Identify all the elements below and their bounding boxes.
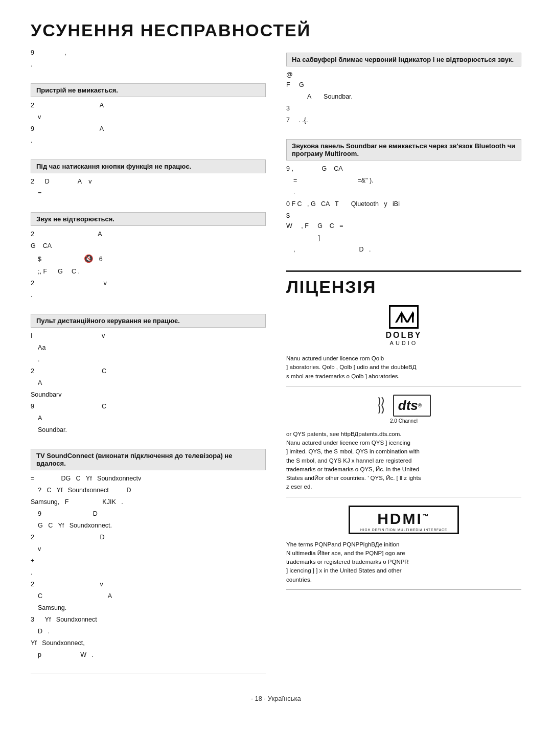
dts-text-wrapper: dts ® xyxy=(393,395,431,417)
right-section-bluetooth: Звукова панель Soundbar не вмикається че… xyxy=(286,134,521,256)
right-section2-header: Звукова панель Soundbar не вмикається че… xyxy=(286,139,521,161)
dts-divider xyxy=(286,497,521,497)
section1-line3: 9 A xyxy=(31,124,266,134)
dts-waves-svg xyxy=(377,396,392,415)
dolby-logo-block: ᗑᗑ DOLBY AUDIO xyxy=(286,305,521,348)
section3-line4: ;, F G C . xyxy=(31,266,266,277)
mute-icon: 🔇 xyxy=(84,254,94,263)
section4-header: Пульт дистанційного керування не працює. xyxy=(31,314,266,328)
right-section1-line1: @ F G xyxy=(286,70,521,90)
dolby-dd-symbol: ᗑᗑ xyxy=(389,305,419,329)
license-section: ЛІЦЕНЗІЯ ᗑᗑ DOLBY AUDIO Nanu actured und… xyxy=(286,277,521,595)
dts-text2: Nanu actured under licence rom QYS ] ice… xyxy=(286,439,521,447)
section3-line6: . xyxy=(31,290,266,300)
right-section2-line7: , D . xyxy=(286,244,521,255)
section2-header: Під час натискання кнопки функція не пра… xyxy=(31,159,266,173)
hdmi-logo: HDMI™ HIGH DEFINITION MULTIMEDIA INTERFA… xyxy=(349,506,459,534)
section5-line9: . xyxy=(31,567,266,578)
hdmi-text2: N ultimedia Йlter ace, and the PQNР] ogo… xyxy=(286,549,521,558)
main-title: УСУНЕННЯ НЕСПРАВНОСТЕЙ xyxy=(31,20,521,40)
right-section2-line2: = =&" ). xyxy=(286,175,521,186)
license-title: ЛІЦЕНЗІЯ xyxy=(286,277,521,297)
section3-line3: $ 🔇 6 xyxy=(31,253,266,265)
section4-line4: 2 C xyxy=(31,366,266,376)
right-section2-line6: ] xyxy=(286,233,521,243)
section4-line6: Soundbarv xyxy=(31,390,266,400)
section5-line10: 2 v xyxy=(31,579,266,589)
dolby-text2: ] aboratories. Qolb , Qolb [ udio and th… xyxy=(286,363,521,372)
section-device-wont-turn-on: Пристрій не вмикається. 2 A v 9 A xyxy=(31,78,266,147)
section3-line2: G CA xyxy=(31,241,266,251)
dts-logo-block: dts ® 2.0 Channel xyxy=(286,395,521,424)
svg-text:ᗑᗑ: ᗑᗑ xyxy=(395,310,414,326)
section2-line2: = xyxy=(31,188,266,198)
dolby-text3: s mbol are trademarks o Qolb ] aboratori… xyxy=(286,372,521,381)
hdmi-text3: trademarks or registered trademarks o PQ… xyxy=(286,558,521,566)
left-column: 9 , . Пристрій не вмикається. 2 A xyxy=(31,48,266,679)
hdmi-tm: ™ xyxy=(423,513,430,520)
intro-line: 9 , xyxy=(31,48,266,58)
section1-line4: . xyxy=(31,135,266,146)
section4-line3: . xyxy=(31,354,266,364)
section5-line13: 3 Yf Soundxonnect xyxy=(31,614,266,625)
hdmi-logo-block: HDMI™ HIGH DEFINITION MULTIMEDIA INTERFA… xyxy=(286,506,521,534)
right-section1-header: На сабвуфері блимає червоний індикатор і… xyxy=(286,53,521,66)
section5-line1: = DG C Yf Soundxonnectv xyxy=(31,473,266,484)
dts-logo: dts ® xyxy=(377,395,431,417)
page-footer: · 18 · Українська xyxy=(31,695,521,702)
section5-line6: 2 D xyxy=(31,532,266,542)
hdmi-divider xyxy=(286,589,521,590)
section4-line1: І v xyxy=(31,331,266,341)
right-section2-line1: 9 , G CA xyxy=(286,164,521,174)
dolby-divider xyxy=(286,386,521,386)
section-remote-not-working: Пульт дистанційного керування не працює.… xyxy=(31,309,266,437)
section3-line1: 2 A xyxy=(31,229,266,239)
section5-line15: Yf Soundxonnect, xyxy=(31,638,266,648)
right-section-subwoofer: На сабвуфері блимає червоний індикатор і… xyxy=(286,48,521,127)
section4-line7: 9 C xyxy=(31,401,266,411)
intro-period: . xyxy=(31,59,266,70)
dts-text3: ] imited. QYS, the S mbol, QYS in combin… xyxy=(286,447,521,456)
license-divider xyxy=(286,270,521,272)
section1-header: Пристрій не вмикається. xyxy=(31,83,266,97)
hdmi-text5: countries. xyxy=(286,576,521,584)
section5-line7: v xyxy=(31,544,266,554)
right-column: На сабвуфері блимає червоний індикатор і… xyxy=(286,48,521,679)
section4-line8: A xyxy=(31,413,266,423)
right-section2-line4: 0 F C , G CA T Qluetooth у іВі xyxy=(286,199,521,209)
section5-line2: ? C Yf Soundxonnect D xyxy=(31,485,266,495)
section4-line2: Аа xyxy=(31,342,266,353)
section2-line1: 2 D A v xyxy=(31,176,266,187)
section5-line4: 9 D xyxy=(31,509,266,519)
dts-channel-text: 2.0 Channel xyxy=(390,418,418,424)
dolby-text1: Nanu actured under licence rom Qolb xyxy=(286,354,521,363)
dts-brand-text: dts xyxy=(398,398,418,414)
section5-line3: Samsung, F KJIK . xyxy=(31,497,266,507)
section3-header: Звук не відтворюється. xyxy=(31,212,266,226)
right-section1-line3: 3 xyxy=(286,103,521,113)
section4-line5: A xyxy=(31,378,266,388)
hdmi-text4: ] icencing ] ] x in the United States an… xyxy=(286,566,521,575)
hdmi-brand-text: HDMI™ xyxy=(377,510,430,528)
dolby-logo: ᗑᗑ DOLBY AUDIO xyxy=(386,305,422,346)
section1-line1: 2 A xyxy=(31,100,266,110)
footer-text: · 18 · Українська xyxy=(251,695,301,702)
dts-registered: ® xyxy=(418,403,422,408)
section4-line9: Soundbar. xyxy=(31,425,266,435)
section5-line8: + xyxy=(31,556,266,566)
hdmi-text1: Yhe terms PQNРand PQNРPighBДe inition xyxy=(286,540,521,549)
dts-text1: or QYS patents, see httpВДpatents.dts.co… xyxy=(286,430,521,439)
section5-line5: G C Yf Soundxonnect. xyxy=(31,520,266,531)
right-section1-line4: 7 . .{. xyxy=(286,115,521,125)
dolby-dd-svg: ᗑᗑ xyxy=(394,308,414,326)
section-tv-soundconnect: TV SoundConnect (виконати підключення до… xyxy=(31,444,266,661)
right-section2-line3: . xyxy=(286,187,521,197)
right-section1-line2: A Soundbar. xyxy=(286,91,521,102)
section5-line11: C A xyxy=(31,591,266,601)
dts-text4: the S mbol, and QYS KJ x hannel are regi… xyxy=(286,456,521,465)
dts-text6: States andЙor other countries. ' QYS, Йc… xyxy=(286,474,521,483)
hdmi-sublabel: HIGH DEFINITION MULTIMEDIA INTERFACE xyxy=(360,528,447,532)
section5-line16: p W . xyxy=(31,650,266,660)
section-button-press: Під час натискання кнопки функція не пра… xyxy=(31,154,266,200)
section-no-sound: Звук не відтворюється. 2 A G CA $ xyxy=(31,207,266,302)
